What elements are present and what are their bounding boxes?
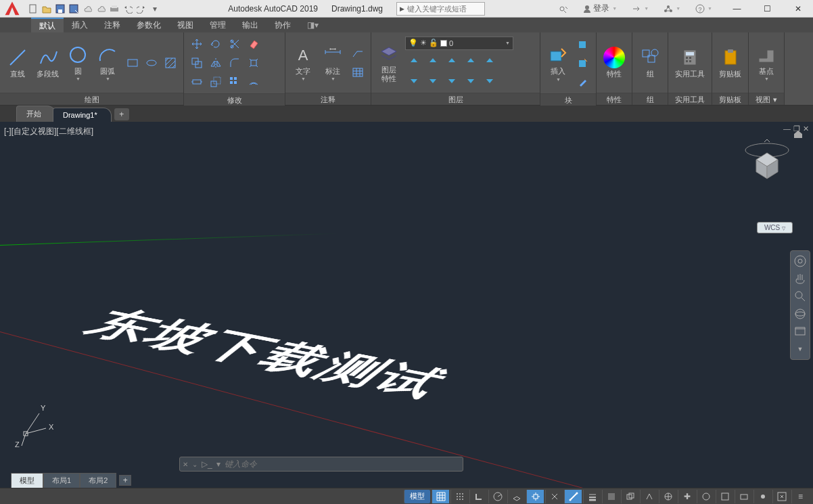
layout-tab-add[interactable]: + [119,475,131,486]
viewcube[interactable] [740,133,794,193]
drawing-canvas[interactable]: [-][自定义视图][二维线框] — ❐ ✕ 东坡下载测试 WCS ▽ ▼ X … [0,122,813,488]
edit-attr-icon[interactable] [574,73,592,91]
ucs-icon[interactable]: X Y Z [14,400,61,447]
layer-unlock-icon[interactable] [462,72,480,89]
status-workspace-icon[interactable] [659,490,676,503]
base-view-button[interactable]: 基点▼ [753,43,780,83]
status-grid-icon[interactable] [432,490,449,503]
status-osnap-icon[interactable] [526,490,544,503]
layout-tab-model[interactable]: 模型 [11,473,43,488]
a360-icon[interactable]: ▼ [659,3,684,15]
text-button[interactable]: A文字▼ [289,43,317,83]
status-annomon-icon[interactable]: ✚ [678,490,695,503]
clipboard-button[interactable]: 剪贴板 [716,45,744,79]
table-icon[interactable] [349,64,367,81]
panel-annot-title[interactable]: 注释 [285,93,371,105]
wcs-badge[interactable]: WCS ▽ [757,222,793,233]
command-input[interactable] [225,459,460,469]
utilities-button[interactable]: 实用工具 [672,45,707,79]
status-units-icon[interactable] [697,490,714,503]
status-customize-icon[interactable]: ≡ [791,490,809,503]
layout-tab-layout1[interactable]: 布局1 [43,473,80,488]
tab-insert[interactable]: 插入 [64,18,96,32]
doctab-drawing1[interactable]: Drawing1* [53,108,112,122]
plot-icon[interactable] [108,3,120,15]
panel-util-title[interactable]: 实用工具 [668,93,712,105]
create-block-icon[interactable] [574,35,592,53]
save-icon[interactable] [54,3,66,15]
close-button[interactable]: ✕ [783,0,813,18]
polyline-button[interactable]: 多段线 [34,45,62,79]
panel-modify-title[interactable]: 修改 [184,93,285,106]
status-polar-icon[interactable] [488,490,506,503]
layout-tab-layout2[interactable]: 布局2 [80,473,116,488]
layer-dropdown[interactable]: 💡 ☀ 🔓 0 ▼ [405,37,513,50]
panel-block-title[interactable]: 块 [540,93,596,106]
exchange-icon[interactable]: ▼ [628,3,653,15]
panel-draw-title[interactable]: 绘图 [0,93,183,105]
app-logo[interactable] [0,0,24,21]
ellipse-icon[interactable] [143,54,160,72]
trim-icon[interactable] [226,35,243,53]
layer-prev-icon[interactable] [481,72,498,89]
status-cycling-icon[interactable] [621,490,638,503]
viewport-label[interactable]: [-][自定义视图][二维线框] [4,126,93,137]
edit-block-icon[interactable] [574,54,592,72]
copy-icon[interactable] [188,54,206,72]
status-3dosnap-icon[interactable] [545,490,563,503]
featured-apps-icon[interactable]: ◨▾ [302,18,324,32]
full-nav-wheel-icon[interactable] [793,254,808,269]
rectangle-icon[interactable] [124,54,141,72]
tab-view[interactable]: 视图 [169,18,202,32]
arc-button[interactable]: 圆弧▼ [94,43,121,83]
scale-icon[interactable] [207,73,225,91]
status-hardware-icon[interactable] [735,490,752,503]
move-icon[interactable] [188,35,206,53]
qat-dropdown-icon[interactable]: ▾ [149,3,161,15]
redo-icon[interactable] [135,3,147,15]
offset-icon[interactable] [245,73,262,91]
layer-on-icon[interactable] [405,72,423,89]
command-line[interactable]: ✕ ⌄ ▷_ ▾ [179,457,463,472]
status-isolate-icon[interactable] [753,490,771,503]
array-icon[interactable] [226,73,243,91]
group-button[interactable]: 组 [636,45,664,79]
erase-icon[interactable] [245,35,262,53]
panel-view-title[interactable]: 视图 ▾ [749,93,784,105]
doctab-add-button[interactable]: + [114,108,129,120]
cloud-open-icon[interactable] [81,3,93,15]
zoom-icon[interactable] [793,289,808,304]
layer-thaw-icon[interactable] [443,72,461,89]
open-icon[interactable] [41,3,53,15]
panel-props-title[interactable]: 特性 [597,93,632,105]
cmdline-close-icon[interactable]: ✕ [183,461,188,468]
orbit-icon[interactable] [793,306,808,321]
tab-annotate[interactable]: 注释 [96,18,129,32]
properties-button[interactable]: 特性 [601,45,628,79]
tab-default[interactable]: 默认 [31,18,64,32]
status-qprops-icon[interactable] [716,490,733,503]
layer-freeze-icon[interactable] [443,52,461,70]
layer-properties-button[interactable]: 图层 特性 [375,41,402,83]
drawing-text-object[interactable]: 东坡下载测试 [76,298,452,408]
tab-collaborate[interactable]: 协作 [266,18,299,32]
circle-button[interactable]: 圆▼ [64,43,91,83]
nav-dropdown-icon[interactable]: ▼ [793,342,808,357]
showmotion-icon[interactable] [793,324,808,339]
layer-iso-icon[interactable] [424,52,442,70]
help-icon[interactable]: ?▼ [691,3,716,15]
status-otrack-icon[interactable] [564,490,582,503]
tab-output[interactable]: 输出 [234,18,266,32]
fillet-icon[interactable] [226,54,243,72]
mirror-icon[interactable] [207,54,225,72]
vp-close-icon[interactable]: ✕ [803,124,809,133]
search-box[interactable]: ▶ [396,2,485,16]
home-icon[interactable] [793,129,804,139]
saveas-icon[interactable] [68,3,80,15]
signin-button[interactable]: 登录 ▼ [579,1,621,16]
status-model[interactable]: 模型 [404,490,430,503]
undo-icon[interactable] [122,3,134,15]
new-icon[interactable] [27,3,39,15]
layer-off-icon[interactable] [405,52,423,70]
rotate-icon[interactable] [207,35,225,53]
